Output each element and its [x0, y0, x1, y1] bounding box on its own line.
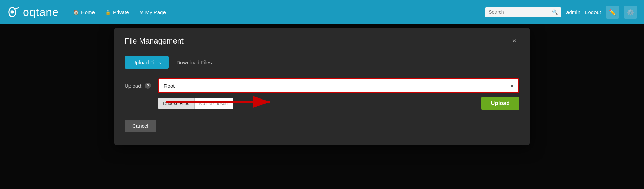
modal-header: File Management × — [125, 36, 519, 46]
upload-label: Upload: ? — [125, 78, 151, 89]
logout-link[interactable]: Logout — [585, 9, 601, 15]
upload-controls: Root ▾ Choose Files No file chosen Uploa… — [158, 78, 519, 110]
modal-close-button[interactable]: × — [509, 36, 519, 46]
brand: oqtane — [7, 6, 59, 19]
svg-line-2 — [16, 8, 19, 9]
folder-select[interactable]: Root — [159, 79, 518, 92]
settings-button[interactable]: ⚙️ — [624, 6, 637, 19]
brand-logo-icon — [7, 6, 20, 19]
file-and-upload: Choose Files No file chosen Upload — [158, 97, 519, 110]
lock-icon: 🔒 — [105, 10, 111, 15]
cancel-button[interactable]: Cancel — [125, 120, 156, 132]
help-icon[interactable]: ? — [145, 83, 151, 89]
nav-home[interactable]: 🏠 Home — [69, 7, 99, 17]
choose-files-button[interactable]: Choose Files — [158, 98, 195, 109]
modal-title: File Management — [125, 37, 184, 46]
edit-button[interactable]: ✏️ — [606, 6, 619, 19]
tab-download-files[interactable]: Download Files — [169, 56, 220, 69]
file-input-row: Choose Files No file chosen — [158, 98, 233, 109]
navbar: oqtane 🏠 Home 🔒 Private ⊙ My Page 🔍 admi… — [0, 0, 644, 24]
svg-point-1 — [10, 10, 14, 14]
modal-overlay: File Management × Upload Files Download … — [0, 24, 644, 189]
nav-private-label: Private — [113, 9, 129, 15]
no-file-label: No file chosen — [195, 98, 233, 109]
mypage-icon: ⊙ — [140, 10, 143, 15]
home-icon: 🏠 — [73, 10, 79, 15]
nav-mypage-label: My Page — [145, 9, 166, 15]
upload-row: Upload: ? Root ▾ Choose Files — [125, 78, 519, 110]
nav-mypage[interactable]: ⊙ My Page — [135, 7, 170, 17]
file-management-modal: File Management × Upload Files Download … — [114, 28, 530, 145]
modal-footer: Cancel — [125, 120, 519, 132]
page-background: File Management × Upload Files Download … — [0, 24, 644, 189]
tab-upload-files[interactable]: Upload Files — [125, 56, 169, 69]
search-box: 🔍 — [485, 7, 561, 17]
folder-select-wrapper: Root ▾ — [158, 78, 519, 93]
search-icon: 🔍 — [552, 9, 558, 15]
tab-row: Upload Files Download Files — [125, 56, 519, 69]
nav-links: 🏠 Home 🔒 Private ⊙ My Page — [69, 7, 485, 17]
user-label: admin — [566, 9, 580, 15]
search-input[interactable] — [489, 9, 552, 15]
brand-name: oqtane — [23, 6, 59, 19]
navbar-right: 🔍 admin Logout ✏️ ⚙️ — [485, 6, 637, 19]
upload-submit-button[interactable]: Upload — [481, 97, 519, 110]
nav-private[interactable]: 🔒 Private — [101, 7, 133, 17]
nav-home-label: Home — [81, 9, 95, 15]
